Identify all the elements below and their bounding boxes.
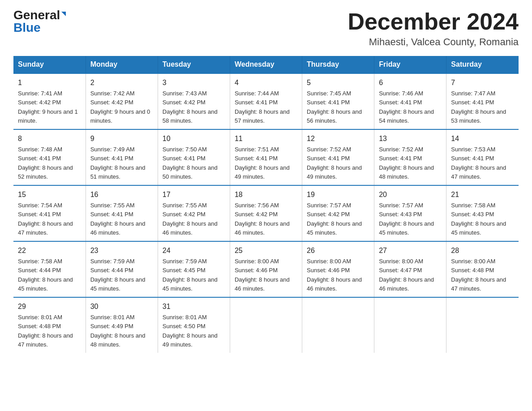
header-saturday: Saturday [446, 56, 519, 73]
day-number: 29 [18, 301, 81, 312]
day-info: Sunrise: 8:00 AMSunset: 4:46 PMDaylight:… [307, 258, 362, 292]
table-row: 3Sunrise: 7:43 AMSunset: 4:42 PMDaylight… [158, 73, 230, 129]
day-number: 18 [235, 189, 297, 200]
table-row: 14Sunrise: 7:53 AMSunset: 4:41 PMDayligh… [446, 129, 519, 185]
table-row: 16Sunrise: 7:55 AMSunset: 4:41 PMDayligh… [86, 185, 158, 241]
day-number: 13 [379, 133, 442, 144]
day-number: 8 [18, 133, 81, 144]
day-number: 5 [307, 77, 369, 88]
calendar-week-row: 1Sunrise: 7:41 AMSunset: 4:42 PMDaylight… [13, 73, 519, 129]
header-wednesday: Wednesday [230, 56, 302, 73]
day-info: Sunrise: 7:52 AMSunset: 4:41 PMDaylight:… [307, 146, 362, 180]
day-number: 20 [379, 189, 442, 200]
table-row: 22Sunrise: 7:58 AMSunset: 4:44 PMDayligh… [13, 241, 86, 297]
table-row: 24Sunrise: 7:59 AMSunset: 4:45 PMDayligh… [158, 241, 230, 297]
title-area: December 2024 Mihaesti, Valcea County, R… [348, 9, 519, 48]
table-row: 30Sunrise: 8:01 AMSunset: 4:49 PMDayligh… [86, 297, 158, 353]
table-row: 21Sunrise: 7:58 AMSunset: 4:43 PMDayligh… [446, 185, 519, 241]
logo-arrow-icon [61, 12, 66, 21]
table-row: 12Sunrise: 7:52 AMSunset: 4:41 PMDayligh… [302, 129, 374, 185]
day-info: Sunrise: 7:44 AMSunset: 4:41 PMDaylight:… [235, 90, 290, 124]
day-info: Sunrise: 7:46 AMSunset: 4:41 PMDaylight:… [379, 90, 434, 124]
table-row: 5Sunrise: 7:45 AMSunset: 4:41 PMDaylight… [302, 73, 374, 129]
logo-blue-text: Blue [13, 21, 41, 34]
table-row: 1Sunrise: 7:41 AMSunset: 4:42 PMDaylight… [13, 73, 86, 129]
day-info: Sunrise: 7:41 AMSunset: 4:42 PMDaylight:… [18, 90, 78, 124]
table-row: 29Sunrise: 8:01 AMSunset: 4:48 PMDayligh… [13, 297, 86, 353]
table-row [230, 297, 302, 353]
day-info: Sunrise: 8:01 AMSunset: 4:48 PMDaylight:… [18, 314, 73, 348]
table-row: 19Sunrise: 7:57 AMSunset: 4:42 PMDayligh… [302, 185, 374, 241]
day-number: 15 [18, 189, 81, 200]
day-info: Sunrise: 7:59 AMSunset: 4:44 PMDaylight:… [90, 258, 146, 292]
day-number: 11 [235, 133, 297, 144]
calendar-table: Sunday Monday Tuesday Wednesday Thursday… [13, 56, 519, 353]
day-number: 27 [379, 245, 442, 256]
calendar-header-row: Sunday Monday Tuesday Wednesday Thursday… [13, 56, 519, 73]
day-number: 25 [235, 245, 297, 256]
day-number: 24 [163, 245, 225, 256]
day-number: 14 [451, 133, 514, 144]
logo: General Blue [13, 9, 66, 34]
table-row: 17Sunrise: 7:55 AMSunset: 4:42 PMDayligh… [158, 185, 230, 241]
calendar-title: December 2024 [348, 9, 519, 34]
day-info: Sunrise: 7:48 AMSunset: 4:41 PMDaylight:… [18, 146, 73, 180]
calendar-week-row: 8Sunrise: 7:48 AMSunset: 4:41 PMDaylight… [13, 129, 519, 185]
table-row: 4Sunrise: 7:44 AMSunset: 4:41 PMDaylight… [230, 73, 302, 129]
day-info: Sunrise: 7:51 AMSunset: 4:41 PMDaylight:… [235, 146, 290, 180]
day-number: 4 [235, 77, 297, 88]
day-number: 23 [90, 245, 153, 256]
day-number: 28 [451, 245, 514, 256]
table-row: 20Sunrise: 7:57 AMSunset: 4:43 PMDayligh… [374, 185, 446, 241]
day-info: Sunrise: 7:50 AMSunset: 4:41 PMDaylight:… [163, 146, 218, 180]
table-row: 31Sunrise: 8:01 AMSunset: 4:50 PMDayligh… [158, 297, 230, 353]
day-number: 22 [18, 245, 81, 256]
day-info: Sunrise: 7:57 AMSunset: 4:42 PMDaylight:… [307, 202, 362, 236]
day-number: 7 [451, 77, 514, 88]
table-row: 13Sunrise: 7:52 AMSunset: 4:41 PMDayligh… [374, 129, 446, 185]
day-number: 10 [163, 133, 225, 144]
table-row: 7Sunrise: 7:47 AMSunset: 4:41 PMDaylight… [446, 73, 519, 129]
header-thursday: Thursday [302, 56, 374, 73]
table-row: 8Sunrise: 7:48 AMSunset: 4:41 PMDaylight… [13, 129, 86, 185]
day-info: Sunrise: 7:57 AMSunset: 4:43 PMDaylight:… [379, 202, 434, 236]
table-row [302, 297, 374, 353]
table-row: 23Sunrise: 7:59 AMSunset: 4:44 PMDayligh… [86, 241, 158, 297]
table-row: 25Sunrise: 8:00 AMSunset: 4:46 PMDayligh… [230, 241, 302, 297]
day-number: 12 [307, 133, 369, 144]
day-info: Sunrise: 8:01 AMSunset: 4:50 PMDaylight:… [163, 314, 218, 348]
header-sunday: Sunday [13, 56, 86, 73]
day-number: 19 [307, 189, 369, 200]
day-info: Sunrise: 7:53 AMSunset: 4:41 PMDaylight:… [451, 146, 506, 180]
day-number: 2 [90, 77, 153, 88]
day-number: 1 [18, 77, 81, 88]
day-info: Sunrise: 7:58 AMSunset: 4:43 PMDaylight:… [451, 202, 506, 236]
day-info: Sunrise: 8:00 AMSunset: 4:48 PMDaylight:… [451, 258, 506, 292]
day-number: 30 [90, 301, 153, 312]
table-row: 28Sunrise: 8:00 AMSunset: 4:48 PMDayligh… [446, 241, 519, 297]
table-row [446, 297, 519, 353]
day-number: 6 [379, 77, 442, 88]
day-info: Sunrise: 7:55 AMSunset: 4:41 PMDaylight:… [90, 202, 146, 236]
table-row: 6Sunrise: 7:46 AMSunset: 4:41 PMDaylight… [374, 73, 446, 129]
day-info: Sunrise: 7:58 AMSunset: 4:44 PMDaylight:… [18, 258, 73, 292]
day-number: 3 [163, 77, 225, 88]
calendar-week-row: 22Sunrise: 7:58 AMSunset: 4:44 PMDayligh… [13, 241, 519, 297]
header-friday: Friday [374, 56, 446, 73]
day-info: Sunrise: 7:55 AMSunset: 4:42 PMDaylight:… [163, 202, 218, 236]
day-info: Sunrise: 7:47 AMSunset: 4:41 PMDaylight:… [451, 90, 506, 124]
day-number: 21 [451, 189, 514, 200]
day-info: Sunrise: 7:45 AMSunset: 4:41 PMDaylight:… [307, 90, 362, 124]
day-number: 16 [90, 189, 153, 200]
header: General Blue December 2024 Mihaesti, Val… [13, 9, 519, 48]
day-info: Sunrise: 7:42 AMSunset: 4:42 PMDaylight:… [90, 90, 150, 124]
day-number: 26 [307, 245, 369, 256]
calendar-week-row: 29Sunrise: 8:01 AMSunset: 4:48 PMDayligh… [13, 297, 519, 353]
day-info: Sunrise: 7:43 AMSunset: 4:42 PMDaylight:… [163, 90, 218, 124]
table-row: 9Sunrise: 7:49 AMSunset: 4:41 PMDaylight… [86, 129, 158, 185]
table-row: 11Sunrise: 7:51 AMSunset: 4:41 PMDayligh… [230, 129, 302, 185]
day-number: 31 [163, 301, 225, 312]
day-info: Sunrise: 7:54 AMSunset: 4:41 PMDaylight:… [18, 202, 73, 236]
table-row [374, 297, 446, 353]
day-info: Sunrise: 7:56 AMSunset: 4:42 PMDaylight:… [235, 202, 290, 236]
